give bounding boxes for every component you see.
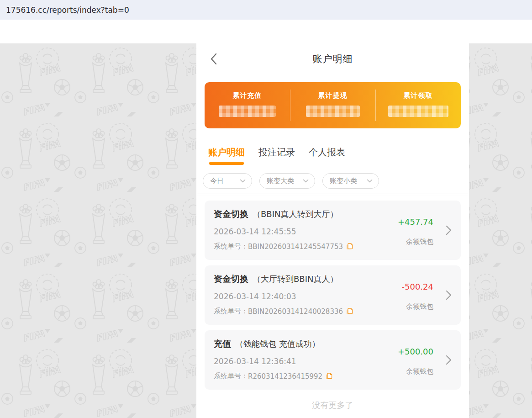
- chevron-down-icon: [303, 179, 309, 183]
- txn-wallet: 余额钱包: [406, 367, 433, 376]
- txn-order-no: R2603141236415992: [248, 372, 322, 381]
- filter-date-dropdown[interactable]: 今日: [203, 173, 252, 189]
- summary-label: 累计提现: [318, 91, 348, 100]
- transaction-row[interactable]: 充值 （钱能钱包 充值成功） 2026-03-14 12:36:41 系统单号：…: [205, 330, 461, 390]
- url-text: 175616.cc/reports/index?tab=0: [6, 5, 129, 15]
- filter-label: 账变大类: [267, 177, 294, 185]
- redacted-value: [219, 106, 276, 117]
- txn-amount: +457.74: [398, 217, 433, 227]
- back-button[interactable]: [210, 53, 218, 65]
- chevron-down-icon: [240, 179, 246, 183]
- summary-total-deposit: 累计充值: [205, 82, 290, 128]
- chevron-down-icon: [367, 179, 373, 183]
- copy-icon: [346, 243, 353, 250]
- tab-bet-records[interactable]: 投注记录: [258, 146, 295, 159]
- txn-wallet: 余额钱包: [406, 238, 433, 246]
- txn-detail: （BBIN真人转到大厅）: [253, 209, 338, 220]
- account-detail-panel: 账户明细 累计充值 累计提现 累计领取 账户明细 投注记录 个人报表: [196, 43, 469, 418]
- txn-wallet: 余额钱包: [406, 302, 433, 311]
- page-title: 账户明细: [313, 53, 353, 65]
- filter-minor-type-dropdown[interactable]: 账变小类: [322, 173, 379, 189]
- txn-order-no: BBIN202603141245547753: [248, 243, 343, 251]
- copy-icon: [326, 373, 332, 380]
- txn-order-no: BBIN202603141240028336: [248, 307, 343, 316]
- txn-amount: +500.00: [398, 347, 433, 356]
- no-more-text: 没有更多了: [196, 400, 469, 411]
- txn-type: 资金切换: [214, 273, 248, 285]
- txn-type: 资金切换: [214, 208, 248, 220]
- transaction-row[interactable]: 资金切换 （大厅转到BBIN真人） 2026-03-14 12:40:03 系统…: [205, 265, 461, 325]
- redacted-value: [306, 106, 360, 117]
- transaction-list: 资金切换 （BBIN真人转到大厅） 2026-03-14 12:45:55 系统…: [196, 194, 469, 390]
- txn-order-label: 系统单号：: [214, 307, 248, 316]
- summary-total-withdraw: 累计提现: [290, 82, 375, 128]
- filter-label: 今日: [210, 177, 224, 185]
- txn-type: 充值: [214, 338, 231, 350]
- browser-url-bar[interactable]: 175616.cc/reports/index?tab=0: [0, 0, 532, 20]
- tab-personal-report[interactable]: 个人报表: [309, 146, 345, 159]
- redacted-value: [388, 106, 448, 117]
- txn-datetime: 2026-03-14 12:36:41: [214, 357, 452, 366]
- txn-detail: （大厅转到BBIN真人）: [253, 274, 338, 285]
- txn-order-label: 系统单号：: [214, 372, 248, 381]
- page-header: 账户明细: [196, 43, 469, 74]
- copy-button[interactable]: [326, 373, 332, 380]
- chevron-left-icon: [210, 53, 217, 65]
- copy-icon: [346, 308, 353, 315]
- txn-amount: -500.24: [402, 282, 433, 291]
- page-background: FIFA FIFA 账户明细 累计充值: [0, 43, 532, 418]
- report-tabs: 账户明细 投注记录 个人报表: [196, 146, 469, 168]
- txn-detail: （钱能钱包 充值成功）: [235, 339, 320, 349]
- summary-total-claimed: 累计领取: [375, 82, 461, 128]
- txn-order-label: 系统单号：: [214, 242, 248, 251]
- transaction-row[interactable]: 资金切换 （BBIN真人转到大厅） 2026-03-14 12:45:55 系统…: [205, 201, 461, 260]
- txn-datetime: 2026-03-14 12:40:03: [214, 292, 452, 301]
- tab-account-detail[interactable]: 账户明细: [208, 146, 245, 159]
- filter-row: 今日 账变大类 账变小类: [203, 173, 469, 189]
- chevron-right-icon: [446, 290, 452, 302]
- chevron-right-icon: [446, 225, 452, 237]
- filter-major-type-dropdown[interactable]: 账变大类: [259, 173, 315, 189]
- txn-datetime: 2026-03-14 12:45:55: [214, 227, 452, 236]
- filter-label: 账变小类: [330, 177, 357, 185]
- chevron-right-icon: [446, 355, 452, 367]
- summary-label: 累计领取: [404, 91, 433, 100]
- summary-label: 累计充值: [233, 91, 262, 100]
- copy-button[interactable]: [346, 243, 353, 250]
- copy-button[interactable]: [346, 308, 353, 315]
- summary-card: 累计充值 累计提现 累计领取: [205, 82, 461, 128]
